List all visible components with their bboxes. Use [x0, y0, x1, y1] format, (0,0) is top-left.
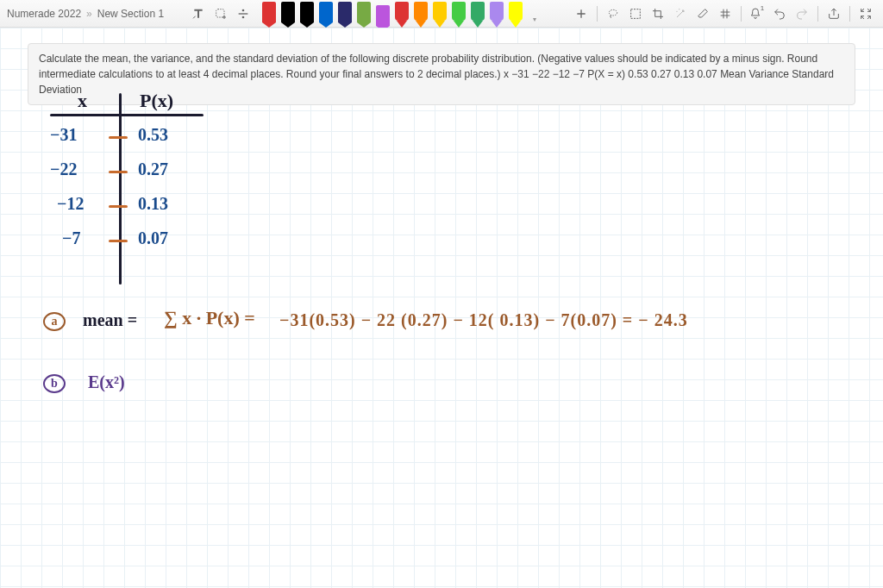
undo-button[interactable]: [769, 3, 790, 24]
crop-button[interactable]: [648, 3, 668, 24]
select-rect-button[interactable]: [625, 3, 646, 24]
divide-tool-button[interactable]: [233, 3, 254, 24]
collapse-button[interactable]: [855, 3, 876, 24]
highlighter-13[interactable]: [507, 2, 524, 28]
svg-point-1: [242, 9, 245, 11]
svg-rect-0: [216, 9, 224, 16]
pen-1[interactable]: [279, 2, 297, 28]
grid-toggle-button[interactable]: [715, 3, 736, 24]
pen-5[interactable]: [355, 2, 373, 28]
text-tool-button[interactable]: [188, 3, 209, 24]
table-header-underline: [50, 114, 204, 116]
highlighter-9[interactable]: [431, 2, 448, 28]
top-toolbar: Numerade 2022 » New Section 1 ▾ 1: [0, 0, 883, 28]
svg-point-6: [679, 9, 679, 9]
table-vertical-divider: [119, 93, 122, 285]
lasso-button[interactable]: [603, 3, 623, 24]
table-row-x: −7: [62, 228, 80, 248]
breadcrumb-app: Numerade 2022: [7, 8, 81, 20]
part-a-label: a: [43, 312, 66, 331]
plus-button[interactable]: [571, 3, 592, 24]
table-row-px: 0.13: [138, 194, 168, 214]
table-row-px: 0.07: [138, 228, 168, 248]
table-row-px: 0.53: [138, 125, 168, 145]
svg-point-2: [242, 16, 245, 18]
highlighter-10[interactable]: [450, 2, 467, 28]
table-row-tick: [109, 171, 128, 173]
mean-sum-symbol: ∑ x · P(x) =: [164, 307, 255, 329]
table-row-tick: [109, 205, 128, 208]
part-b-label: b: [43, 374, 66, 393]
table-row-x: −22: [50, 160, 77, 179]
pen-3[interactable]: [317, 2, 335, 28]
table-row-x: −12: [57, 194, 84, 214]
pen-2[interactable]: [298, 2, 316, 28]
eraser-button[interactable]: [692, 3, 713, 24]
highlighter-7[interactable]: [393, 2, 410, 28]
pen-dropdown-caret[interactable]: ▾: [533, 16, 536, 23]
highlighter-8[interactable]: [412, 2, 429, 28]
pen-6[interactable]: [374, 5, 391, 31]
svg-rect-4: [631, 9, 641, 18]
magic-button[interactable]: [670, 3, 691, 24]
svg-point-3: [609, 9, 617, 16]
breadcrumb: Numerade 2022 » New Section 1: [7, 8, 164, 20]
table-row-tick: [109, 240, 128, 242]
svg-point-5: [676, 10, 677, 11]
redo-button[interactable]: [792, 3, 812, 24]
table-header-px: P(x): [140, 90, 173, 112]
pen-0[interactable]: [260, 2, 278, 28]
notification-button[interactable]: 1: [747, 3, 767, 24]
table-row-x: −31: [50, 125, 77, 145]
mean-lhs: mean =: [83, 310, 137, 330]
part-b-expression: E(x²): [88, 372, 125, 392]
mean-expression: −31(0.53) − 22 (0.27) − 12( 0.13) − 7(0.…: [279, 310, 688, 330]
add-shape-button[interactable]: [210, 3, 231, 24]
highlighter-12[interactable]: [488, 2, 505, 28]
highlighter-11[interactable]: [469, 2, 486, 28]
pen-4[interactable]: [336, 2, 354, 28]
breadcrumb-separator: »: [86, 8, 92, 20]
drawing-canvas[interactable]: Calculate the mean, the variance, and th…: [0, 28, 883, 588]
table-row-tick: [109, 136, 128, 139]
share-button[interactable]: [824, 3, 844, 24]
table-row-px: 0.27: [138, 160, 168, 179]
pen-palette: [260, 0, 524, 28]
breadcrumb-section: New Section 1: [97, 8, 164, 20]
table-header-x: x: [78, 90, 87, 112]
